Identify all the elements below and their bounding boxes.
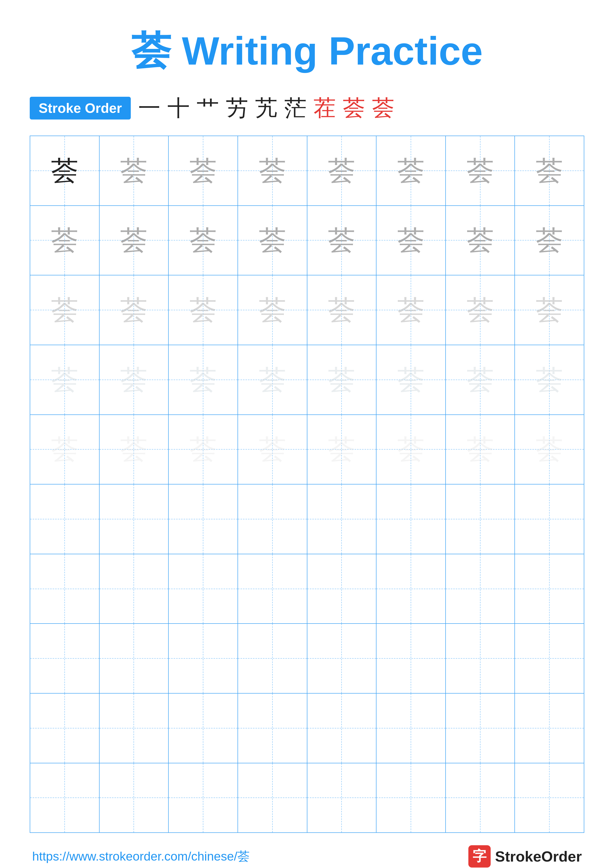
grid-cell[interactable]: 荟 [446, 415, 515, 484]
grid-cell[interactable] [30, 485, 99, 554]
stroke-order-chars: 一 十 艹 艻 艽 茫 茬 荟 荟 [138, 93, 394, 123]
grid-cell[interactable] [376, 763, 446, 832]
grid-cell[interactable]: 荟 [169, 136, 238, 205]
grid-cell[interactable] [169, 763, 238, 832]
grid-cell[interactable] [307, 694, 377, 763]
grid-cell[interactable] [169, 694, 238, 763]
grid-cell[interactable] [238, 694, 307, 763]
grid-cell[interactable]: 荟 [515, 415, 584, 484]
grid-cell[interactable]: 荟 [446, 206, 515, 275]
grid-cell[interactable] [30, 694, 99, 763]
grid-row [30, 694, 584, 763]
title-text: Writing Practice [171, 29, 483, 73]
grid-cell[interactable] [238, 485, 307, 554]
grid-cell[interactable] [238, 624, 307, 693]
grid-cell[interactable] [307, 624, 377, 693]
grid-cell[interactable] [307, 485, 377, 554]
grid-cell[interactable] [307, 763, 377, 832]
grid-cell[interactable] [99, 554, 169, 623]
grid-cell[interactable]: 荟 [30, 136, 99, 205]
grid-cell[interactable] [169, 624, 238, 693]
grid-cell[interactable] [169, 554, 238, 623]
cell-character: 荟 [466, 436, 494, 463]
grid-cell[interactable]: 荟 [376, 345, 446, 414]
grid-cell[interactable]: 荟 [99, 136, 169, 205]
grid-cell[interactable] [515, 694, 584, 763]
grid-cell[interactable]: 荟 [515, 206, 584, 275]
grid-cell[interactable]: 荟 [169, 415, 238, 484]
grid-cell[interactable] [99, 763, 169, 832]
cell-character: 荟 [536, 157, 563, 184]
grid-cell[interactable]: 荟 [99, 345, 169, 414]
grid-cell[interactable] [446, 694, 515, 763]
footer-logo-text: StrokeOrder [495, 848, 582, 865]
grid-cell[interactable]: 荟 [99, 206, 169, 275]
grid-cell[interactable] [238, 763, 307, 832]
grid-cell[interactable]: 荟 [238, 275, 307, 345]
cell-character: 荟 [328, 436, 355, 463]
grid-cell[interactable] [30, 554, 99, 623]
grid-cell[interactable]: 荟 [99, 275, 169, 345]
grid-cell[interactable]: 荟 [238, 206, 307, 275]
cell-character: 荟 [190, 366, 217, 394]
grid-cell[interactable] [30, 763, 99, 832]
grid-cell[interactable] [376, 694, 446, 763]
cell-character: 荟 [51, 227, 78, 254]
grid-cell[interactable] [446, 763, 515, 832]
grid-cell[interactable]: 荟 [446, 136, 515, 205]
grid-cell[interactable] [446, 624, 515, 693]
grid-cell[interactable] [238, 554, 307, 623]
grid-cell[interactable] [376, 554, 446, 623]
grid-cell[interactable] [446, 485, 515, 554]
grid-cell[interactable] [307, 554, 377, 623]
stroke-order-row: Stroke Order 一 十 艹 艻 艽 茫 茬 荟 荟 [30, 93, 584, 123]
grid-cell[interactable]: 荟 [446, 345, 515, 414]
grid-cell[interactable]: 荟 [515, 275, 584, 345]
grid-cell[interactable] [99, 624, 169, 693]
grid-cell[interactable] [30, 624, 99, 693]
grid-cell[interactable]: 荟 [376, 275, 446, 345]
grid-cell[interactable]: 荟 [376, 415, 446, 484]
cell-character: 荟 [259, 436, 286, 463]
grid-cell[interactable]: 荟 [169, 275, 238, 345]
grid-cell[interactable] [376, 624, 446, 693]
grid-cell[interactable] [99, 485, 169, 554]
cell-character: 荟 [328, 366, 355, 394]
grid-cell[interactable]: 荟 [307, 415, 377, 484]
cell-character: 荟 [466, 296, 494, 324]
grid-cell[interactable] [376, 485, 446, 554]
grid-cell[interactable]: 荟 [169, 345, 238, 414]
grid-cell[interactable]: 荟 [30, 275, 99, 345]
practice-grid: 荟荟荟荟荟荟荟荟荟荟荟荟荟荟荟荟荟荟荟荟荟荟荟荟荟荟荟荟荟荟荟荟荟荟荟荟荟荟荟荟 [30, 136, 584, 833]
grid-cell[interactable]: 荟 [307, 345, 377, 414]
cell-character: 荟 [190, 296, 217, 324]
grid-cell[interactable]: 荟 [30, 345, 99, 414]
cell-character: 荟 [259, 227, 286, 254]
grid-cell[interactable] [515, 554, 584, 623]
grid-cell[interactable]: 荟 [307, 136, 377, 205]
grid-cell[interactable]: 荟 [515, 345, 584, 414]
grid-cell[interactable]: 荟 [376, 136, 446, 205]
grid-cell[interactable] [169, 485, 238, 554]
cell-character: 荟 [190, 157, 217, 184]
grid-cell[interactable]: 荟 [99, 415, 169, 484]
grid-cell[interactable] [446, 554, 515, 623]
grid-cell[interactable]: 荟 [446, 275, 515, 345]
grid-cell[interactable]: 荟 [238, 345, 307, 414]
grid-cell[interactable]: 荟 [376, 206, 446, 275]
grid-cell[interactable]: 荟 [30, 206, 99, 275]
grid-cell[interactable] [99, 694, 169, 763]
cell-character: 荟 [120, 366, 148, 394]
grid-cell[interactable]: 荟 [169, 206, 238, 275]
grid-cell[interactable]: 荟 [515, 136, 584, 205]
grid-cell[interactable]: 荟 [307, 275, 377, 345]
cell-character: 荟 [397, 366, 424, 394]
grid-cell[interactable]: 荟 [307, 206, 377, 275]
cell-character: 荟 [190, 227, 217, 254]
grid-cell[interactable]: 荟 [238, 415, 307, 484]
grid-cell[interactable] [515, 763, 584, 832]
grid-cell[interactable]: 荟 [238, 136, 307, 205]
grid-cell[interactable]: 荟 [30, 415, 99, 484]
grid-cell[interactable] [515, 624, 584, 693]
grid-cell[interactable] [515, 485, 584, 554]
